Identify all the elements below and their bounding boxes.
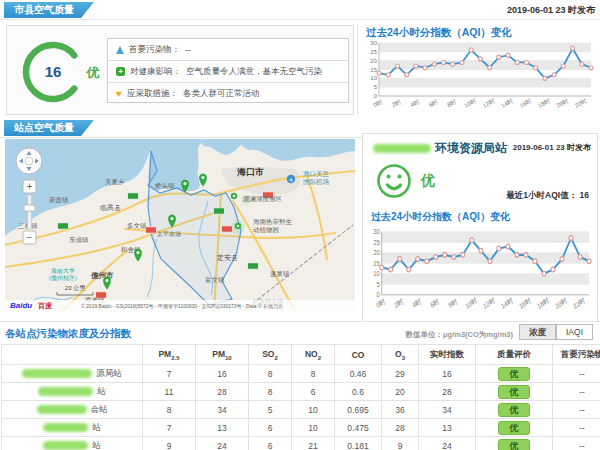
svg-text:0: 0	[376, 291, 380, 299]
map-place-label: 富文镇	[205, 276, 225, 283]
chart-point	[405, 73, 409, 77]
chart-point	[515, 60, 519, 64]
table-section-title: 各站点污染物浓度及分指数	[5, 327, 131, 341]
quality-evaluation-cell: 优	[476, 365, 553, 383]
svg-text:8时: 8时	[446, 98, 457, 108]
chart-point	[478, 57, 482, 61]
aqi-info-box: 首要污染物：--+对健康影响：空气质量令人满意，基本无空气污染♥应采取措施：各类…	[107, 38, 349, 103]
column-header: 首要污染物	[553, 345, 600, 365]
chart-point	[533, 259, 537, 264]
column-header: NO2	[292, 345, 335, 365]
chart-point	[542, 271, 546, 276]
tab-station-air-quality[interactable]: 站点空气质量	[4, 120, 94, 136]
svg-text:30: 30	[373, 228, 380, 236]
road-badge-red	[146, 227, 157, 233]
chart-point	[451, 62, 455, 66]
quality-evaluation-cell: 优	[476, 383, 553, 401]
chart-point	[524, 252, 528, 257]
station-name-redacted	[38, 387, 93, 396]
column-header: SO2	[249, 345, 292, 365]
grade-badge[interactable]: 优	[498, 385, 530, 399]
publish-date-city: 2019-06-01 23 时发布	[440, 4, 595, 17]
pollutant-value-cell: 16	[419, 365, 476, 383]
svg-text:2时: 2时	[393, 297, 404, 309]
chart-point	[386, 73, 390, 77]
pollutant-value-cell: 21	[292, 437, 335, 450]
chart-point	[423, 66, 427, 70]
recent-aqi-value: 16	[580, 190, 589, 200]
map-place-label: 海南大学	[51, 267, 75, 274]
station-name-redacted	[22, 369, 92, 378]
pollutant-value-cell: 34	[196, 401, 249, 419]
pollutant-value-cell: 7	[143, 419, 196, 437]
pollutant-value-cell: 24	[196, 437, 249, 450]
pollutant-value-cell: 24	[419, 437, 476, 450]
chart-point	[461, 252, 465, 257]
grade-badge[interactable]: 优	[498, 403, 530, 417]
station-detail-panel: 环境资源局站 2019-06-01 23 时发布 优 最近1小时AQI值： 16…	[362, 133, 598, 322]
station-name-cell: 站	[2, 419, 143, 437]
station-aqi-line-chart: 0510152025300时2时4时6时8时10时12时14时16时18时20时…	[366, 227, 594, 315]
map-place-label: 国际机场	[303, 178, 329, 186]
pollutant-value-cell: 9	[143, 437, 196, 450]
pollutant-value-cell: 0.695	[335, 401, 382, 419]
baidu-map[interactable]: 海口市海口美兰国际机场观澜湖度假区海南热带野生动植物园定安县蓬莱镇富文镇红旗村农…	[5, 139, 355, 311]
health-cross-icon: +	[116, 67, 125, 76]
svg-text:20时: 20时	[555, 98, 569, 109]
map-zoom-track[interactable]	[28, 195, 32, 229]
grade-badge[interactable]: 优	[498, 421, 530, 435]
toggle-iaqi-button[interactable]: IAQI	[556, 324, 593, 340]
station-name-suffix: 环境资源局站	[435, 140, 507, 157]
pollutant-value-cell: 10	[292, 419, 335, 437]
svg-text:20: 20	[373, 249, 380, 257]
svg-text:20时: 20时	[554, 296, 568, 310]
svg-text:25: 25	[373, 238, 380, 246]
pollutant-value-cell: 13	[419, 419, 476, 437]
pollutant-value-cell: 0.181	[335, 437, 382, 450]
svg-text:10时: 10时	[464, 296, 478, 310]
pollutant-value-cell: 6	[249, 437, 292, 450]
table-row: 源局站716880.462916优--	[2, 365, 600, 383]
column-header: CO	[335, 345, 382, 365]
station-name-redacted	[43, 423, 88, 432]
chart-point	[479, 248, 483, 253]
map-place-label: 观澜湖度假区	[243, 195, 283, 203]
grade-badge[interactable]: 优	[498, 439, 530, 450]
chart-point	[469, 48, 473, 52]
city-aqi-line-chart: 0510152025300时2时4时6时8时10时12时14时16时18时20时…	[363, 39, 596, 113]
pollutant-value-cell: 7	[143, 365, 196, 383]
svg-text:14时: 14时	[500, 98, 514, 109]
info-row: 首要污染物：--	[108, 39, 348, 61]
chart-point	[395, 64, 399, 68]
map-place-label: 海南热带野生	[253, 218, 293, 226]
column-header: O3	[382, 345, 419, 365]
map-zoom-handle[interactable]	[24, 205, 35, 211]
divider	[0, 19, 600, 20]
city-grade: 优	[86, 65, 100, 80]
svg-text:14时: 14时	[500, 296, 514, 310]
table-header-row: PM2.5PM10SO2NO2COO3实时指数质量评价首要污染物	[2, 345, 600, 365]
chart-point	[425, 259, 429, 264]
svg-text:20: 20	[370, 58, 377, 64]
plus-icon: +	[27, 181, 33, 192]
tab-city-air-quality[interactable]: 市县空气质量	[4, 2, 94, 18]
station-name-cell: 源局站	[2, 365, 143, 383]
svg-text:10时: 10时	[463, 98, 477, 109]
minus-icon: −	[27, 232, 33, 243]
map-place-label: 桥头镇	[154, 182, 175, 190]
svg-text:22时: 22时	[572, 296, 586, 310]
chart-point	[434, 255, 438, 260]
map-compass-control[interactable]	[16, 148, 42, 174]
baidu-logo-cn: 百度	[37, 301, 53, 310]
toggle-concentration-button[interactable]: 浓度	[519, 324, 556, 340]
chart-point	[561, 64, 565, 68]
info-row: ♥应采取措施：各类人群可正常活动	[108, 83, 348, 104]
info-value: --	[185, 45, 191, 55]
quality-evaluation-cell: 优	[476, 437, 553, 450]
grade-badge[interactable]: 优	[498, 367, 530, 381]
svg-text:5: 5	[376, 280, 380, 288]
chart-point	[497, 55, 501, 59]
pollutant-value-cell: 28	[196, 383, 249, 401]
airport-plane-glyph: ✈	[289, 177, 294, 183]
map-attribution: © 2019 Baidu - GS(2018)5572号 - 甲测资字11009…	[81, 303, 283, 310]
